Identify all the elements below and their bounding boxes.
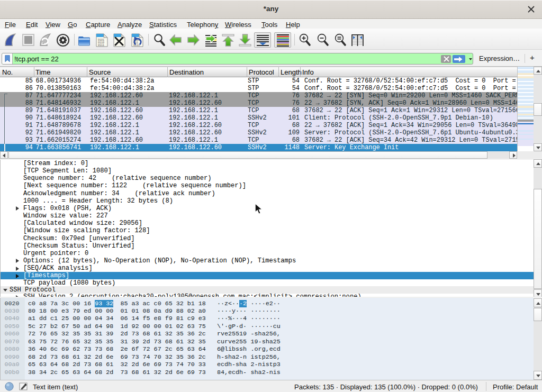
svg-text:0111: 0111 bbox=[133, 44, 140, 47]
svg-text:0111: 0111 bbox=[98, 44, 104, 47]
